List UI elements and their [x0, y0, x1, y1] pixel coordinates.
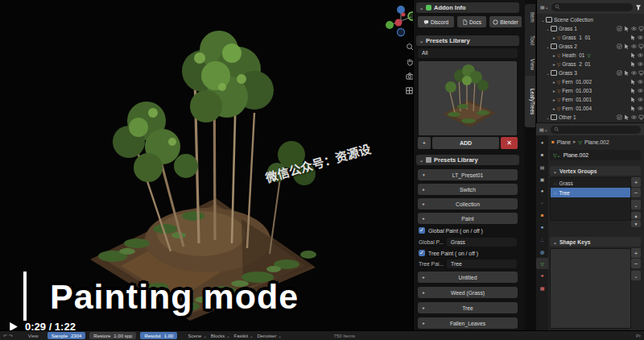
properties-search-input[interactable]	[551, 126, 641, 134]
outliner-row-object[interactable]: ▸▽ Fern_01.003	[537, 86, 644, 95]
sk-remove-button[interactable]: −	[631, 259, 641, 268]
cursor-icon[interactable]	[630, 61, 636, 67]
cursor-icon[interactable]	[624, 26, 630, 31]
paint-library-header[interactable]: ⌄ Presets Library	[416, 155, 519, 165]
datablock-name-field[interactable]: ▽⌄ Plane.002	[550, 150, 641, 160]
undo-redo-icons[interactable]: ↶ ↷	[3, 333, 13, 338]
preset-plus-button[interactable]: +	[418, 137, 431, 149]
shape-keys-list[interactable]	[550, 248, 631, 329]
outliner-row-object[interactable]: ▸▽ Fern_01.002	[537, 77, 644, 86]
outliner-row-collection[interactable]: ⌄ Grass 1	[537, 24, 644, 33]
eye-icon[interactable]	[631, 70, 637, 76]
denoiser-dropdown[interactable]: Denoiser⌄	[257, 334, 281, 338]
preset-add-button[interactable]: ADD	[432, 137, 499, 149]
viewport-3d[interactable]: 微信公众号：资源设 Painting mode 0:29 / 1:22	[0, 0, 413, 330]
cursor-icon[interactable]	[624, 70, 630, 76]
navigation-gizmo[interactable]	[385, 3, 417, 37]
sk-add-button[interactable]: +	[631, 248, 641, 258]
outliner-row-object[interactable]: ▸▽ Fern_01.004	[537, 104, 644, 113]
fastkit-dropdown[interactable]: Fastkit⌄	[234, 334, 254, 338]
tab-output-icon[interactable]: ▤	[536, 161, 548, 172]
tab-item[interactable]: Item	[525, 4, 535, 30]
editor-type-icon[interactable]: ▤⌄	[539, 126, 548, 132]
cursor-icon[interactable]	[630, 97, 636, 102]
layer-fallen-leaves[interactable]: ▸Fallen_Leaves	[418, 317, 518, 329]
display-mode-icon[interactable]: ▤⌄	[540, 4, 549, 10]
eye-icon[interactable]	[638, 88, 643, 93]
preset-item-collection[interactable]: ▸Collection	[418, 198, 518, 209]
vertex-group-row-selected[interactable]: ∴ Tree	[551, 188, 630, 197]
layer-weed-grass[interactable]: ▸Weed (Grass)	[418, 287, 518, 298]
filter-funnel-icon[interactable]	[635, 4, 642, 10]
outliner-row-object[interactable]: ▸▽ Grass_1_01	[537, 33, 644, 42]
outliner-row-collection[interactable]: ⌄ Grass 2	[537, 42, 644, 51]
cursor-icon[interactable]	[624, 44, 630, 49]
outliner-search-input[interactable]	[551, 3, 633, 11]
outliner-row-object[interactable]: ▸▽ Grass_2_01	[537, 60, 644, 68]
eye-icon[interactable]	[638, 52, 643, 58]
vg-move-down-button[interactable]: ▼	[631, 220, 641, 227]
vg-move-up-button[interactable]: ▲	[631, 212, 641, 219]
tree-paint-toggle[interactable]: ✓ Tree Paint ( on / off )	[419, 250, 478, 256]
blender-button[interactable]: Blender	[489, 16, 522, 27]
breadcrumb-object[interactable]: Plane	[557, 139, 571, 145]
global-paint-toggle[interactable]: ✓ Global Paint ( on / off )	[419, 227, 483, 234]
tab-world-icon[interactable]: ◦	[536, 197, 548, 209]
outliner-row-collection[interactable]: ⌄ Other 1	[537, 113, 644, 122]
monitor-icon[interactable]	[638, 70, 644, 76]
eye-icon[interactable]	[631, 114, 637, 120]
checkbox-icon[interactable]	[617, 44, 622, 49]
monitor-icon[interactable]	[638, 114, 644, 120]
eye-icon[interactable]	[638, 35, 643, 40]
sample-button[interactable]: Sample2304	[47, 332, 86, 339]
tab-addon[interactable]: LeafyTrees	[525, 76, 535, 127]
tab-scene-icon[interactable]: ●	[536, 185, 548, 197]
preset-preview-image[interactable]	[419, 61, 517, 135]
tab-modifiers-icon[interactable]: ●	[536, 222, 548, 233]
restore-button[interactable]: Restore1.00 spp	[89, 332, 136, 339]
vg-specials-button[interactable]: ⌄	[631, 200, 641, 209]
addon-info-header[interactable]: ⌄ Addon Info	[416, 2, 519, 13]
preset-item-lt-preset01[interactable]: ▾LT_Preset01	[418, 169, 518, 180]
breadcrumb-data[interactable]: Plane.002	[584, 139, 609, 145]
tab-view[interactable]: View	[525, 51, 535, 78]
tab-object-data-icon[interactable]: ▽	[536, 258, 548, 269]
tab-viewlayer-icon[interactable]: ▣	[536, 173, 548, 185]
scene-dropdown[interactable]: Scene⌄	[188, 334, 206, 338]
tab-tool[interactable]: Tool	[525, 27, 535, 53]
tab-tool-icon[interactable]: ●	[536, 137, 548, 148]
eye-icon[interactable]	[638, 61, 643, 67]
preset-filter-dropdown[interactable]: All	[418, 48, 518, 58]
layer-tree[interactable]: ▸Tree	[418, 302, 518, 313]
tab-render-icon[interactable]: ■	[536, 149, 548, 160]
eye-icon[interactable]	[638, 106, 643, 111]
tab-particles-icon[interactable]: ∴	[536, 234, 548, 245]
cursor-icon[interactable]	[630, 79, 636, 85]
preset-close-button[interactable]: ✕	[501, 137, 518, 149]
tab-physics-icon[interactable]: ◍	[536, 246, 548, 257]
cursor-icon[interactable]	[630, 52, 636, 58]
global-paint-value-dropdown[interactable]: Grass	[447, 238, 517, 247]
docs-button[interactable]: Docs	[457, 16, 486, 27]
preset-item-paint[interactable]: ▸Paint	[418, 213, 518, 224]
vertex-group-row[interactable]: ∴ Grass	[551, 178, 630, 188]
shape-keys-header[interactable]: ⌄ Shape Keys	[550, 237, 641, 247]
monitor-icon[interactable]	[638, 44, 644, 49]
monitor-icon[interactable]	[638, 26, 644, 31]
vertex-groups-header[interactable]: ⌄ Vertex Groups	[550, 166, 641, 176]
tab-object-icon[interactable]: ■	[536, 209, 548, 221]
checkbox-icon[interactable]	[617, 114, 622, 120]
checkbox-icon[interactable]	[617, 26, 622, 31]
view-menu[interactable]: View	[28, 334, 39, 338]
cursor-icon[interactable]	[630, 88, 636, 93]
cursor-icon[interactable]	[624, 114, 630, 120]
outliner-row-collection[interactable]: ⌄ Grass 3	[537, 68, 644, 77]
eye-icon[interactable]	[638, 79, 643, 85]
tab-texture-icon[interactable]: ▦	[536, 282, 548, 293]
sk-specials-button[interactable]: ⌄	[631, 271, 641, 280]
preset-item-switch[interactable]: ▸Switch	[418, 184, 518, 195]
vg-remove-button[interactable]: −	[631, 188, 641, 197]
layer-untitled[interactable]: ▸Untitled	[418, 272, 518, 283]
resolution-button[interactable]: Resolut1.00	[140, 332, 177, 339]
outliner-row-scene-collection[interactable]: ⌄ Scene Collection	[537, 15, 644, 24]
